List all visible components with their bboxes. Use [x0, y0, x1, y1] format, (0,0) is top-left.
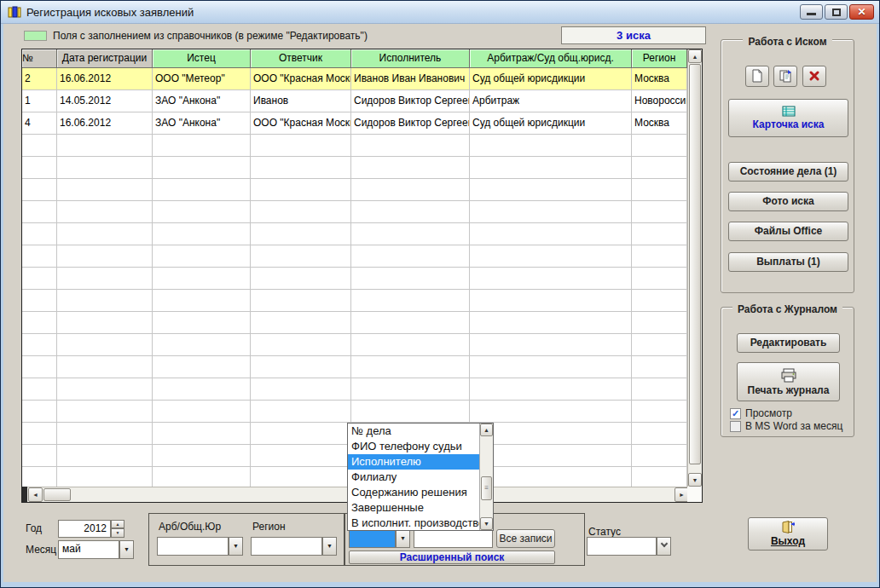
scroll-left-icon[interactable]: ◄ — [28, 487, 43, 502]
scroll-down-icon[interactable]: ▼ — [688, 473, 702, 487]
empty-table-row[interactable] — [22, 157, 702, 179]
empty-table-row[interactable] — [22, 135, 702, 157]
msword-checkbox[interactable] — [730, 421, 741, 432]
year-spin-up-icon[interactable]: ▲ — [111, 520, 124, 528]
empty-table-row[interactable] — [22, 179, 702, 201]
status-combo[interactable] — [587, 537, 657, 556]
advanced-search-button[interactable]: Расширенный поиск — [349, 551, 555, 564]
region-combo-arrow-icon[interactable]: ▼ — [322, 537, 337, 556]
dropdown-item[interactable]: Завершенные — [348, 500, 479, 516]
cell-court[interactable]: Арбитраж — [470, 90, 632, 112]
column-header-plaintiff[interactable]: Истец — [153, 49, 251, 68]
empty-table-row[interactable] — [22, 356, 702, 378]
cell-plaintiff[interactable]: ЗАО "Анкона" — [153, 112, 251, 135]
cell-court[interactable]: Суд общей юрисдикции — [470, 112, 632, 135]
arb-court-combo-arrow-icon[interactable]: ▼ — [229, 537, 243, 556]
empty-table-row[interactable] — [22, 268, 702, 290]
table-row-selected[interactable]: 2 16.06.2012 ООО "Метеор" ООО "Красная М… — [22, 68, 702, 90]
column-header-num[interactable]: № — [22, 49, 57, 68]
cell-region[interactable]: Москва — [632, 112, 687, 135]
column-header-date[interactable]: Дата регистрации — [57, 49, 153, 68]
table-row[interactable]: 1 14.05.2012 ЗАО "Анкона" Иванов Сидоров… — [22, 90, 702, 112]
search-type-combo-arrow-icon[interactable]: ▼ — [396, 529, 410, 548]
empty-table-row[interactable] — [22, 201, 702, 223]
cell-defendant[interactable]: Иванов — [251, 90, 351, 112]
empty-cell — [22, 135, 57, 157]
empty-table-row[interactable] — [22, 290, 702, 312]
cell-region[interactable]: Москва — [632, 68, 687, 90]
column-header-court[interactable]: Арбитраж/Суд общ.юрисд. — [470, 49, 632, 68]
dropdown-scroll-thumb[interactable]: ≡ — [481, 476, 492, 500]
new-claim-button[interactable] — [745, 66, 769, 87]
all-records-button[interactable]: Все записи — [496, 529, 555, 548]
month-combo[interactable]: май — [58, 540, 119, 559]
table-row[interactable]: 4 16.06.2012 ЗАО "Анкона" ООО "Красная М… — [22, 112, 702, 135]
cell-defendant[interactable]: ООО "Красная Москва" — [251, 112, 351, 135]
empty-cell — [351, 201, 470, 223]
print-journal-button[interactable]: Печать журнала — [737, 362, 840, 401]
column-header-defendant[interactable]: Ответчик — [251, 49, 351, 68]
search-type-combo[interactable] — [349, 529, 396, 548]
dropdown-item[interactable]: Содержанию решения — [348, 485, 479, 500]
empty-table-row[interactable] — [22, 245, 702, 268]
close-button[interactable]: ✕ — [849, 4, 874, 20]
dropdown-item[interactable]: Филиалу — [348, 470, 479, 485]
case-status-button[interactable]: Состояние дела (1) — [728, 162, 848, 182]
msword-checkbox-row[interactable]: В MS Word за месяц — [730, 420, 842, 432]
preview-checkbox-row[interactable]: ✓ Просмотр — [730, 407, 792, 419]
dropdown-item-selected[interactable]: Исполнителю — [348, 454, 479, 470]
claim-photo-button[interactable]: Фото иска — [728, 192, 848, 211]
empty-table-row[interactable] — [22, 312, 702, 334]
cell-executor[interactable]: Сидоров Виктор Сергеевич — [351, 112, 470, 135]
empty-table-row[interactable] — [22, 223, 702, 245]
dropdown-item[interactable]: ФИО телефону судьи — [348, 439, 479, 454]
minimize-button[interactable] — [800, 4, 823, 20]
empty-table-row[interactable] — [22, 401, 702, 423]
scroll-up-icon[interactable]: ▲ — [688, 49, 702, 63]
cell-num[interactable]: 4 — [22, 112, 57, 135]
cell-defendant[interactable]: ООО "Красная Москва" — [251, 68, 351, 90]
dropdown-item[interactable]: В исполнит. производстве — [348, 516, 479, 531]
titlebar[interactable]: Регистрация исковых заявлений ✕ — [1, 1, 879, 24]
cell-executor[interactable]: Сидоров Виктор Сергеевич — [351, 90, 470, 112]
delete-claim-button[interactable] — [802, 66, 826, 87]
edit-button[interactable]: Редактировать — [737, 333, 840, 353]
cell-executor[interactable]: Иванов Иван Иванович — [351, 68, 470, 90]
arb-court-combo[interactable] — [157, 537, 229, 556]
claim-card-button[interactable]: Карточка иска — [728, 99, 848, 137]
cell-plaintiff[interactable]: ЗАО "Анкона" — [153, 90, 251, 112]
cell-region[interactable]: Новороссийск — [632, 90, 687, 112]
dropdown-scroll-up-icon[interactable]: ▲ — [480, 424, 493, 436]
status-combo-arrow-icon[interactable] — [657, 537, 671, 556]
year-field[interactable]: 2012 — [58, 520, 111, 538]
region-combo[interactable] — [251, 537, 322, 556]
horizontal-scroll-thumb[interactable] — [43, 488, 71, 501]
cell-num[interactable]: 2 — [22, 68, 57, 90]
payments-button[interactable]: Выплаты (1) — [728, 252, 848, 272]
year-spin-down-icon[interactable]: ▼ — [111, 528, 124, 538]
search-input[interactable] — [414, 529, 493, 548]
empty-table-row[interactable] — [22, 334, 702, 356]
cell-plaintiff[interactable]: ООО "Метеор" — [153, 68, 251, 90]
cell-date[interactable]: 16.06.2012 — [57, 112, 153, 135]
office-files-button[interactable]: Файлы Office — [728, 222, 848, 241]
month-combo-arrow-icon[interactable]: ▼ — [119, 540, 134, 559]
cell-date[interactable]: 16.06.2012 — [57, 68, 153, 90]
exit-button[interactable]: Выход — [748, 517, 828, 551]
cell-court[interactable]: Суд общей юрисдикции — [470, 68, 632, 90]
preview-checkbox-label: Просмотр — [745, 407, 792, 419]
empty-cell — [470, 245, 632, 268]
dropdown-item[interactable]: № дела — [348, 424, 479, 439]
column-header-executor[interactable]: Исполнитель — [351, 49, 470, 68]
cell-date[interactable]: 14.05.2012 — [57, 90, 153, 112]
cell-num[interactable]: 1 — [22, 90, 57, 112]
vertical-scrollbar[interactable]: ▲ ▼ — [687, 49, 702, 487]
copy-claim-button[interactable] — [773, 66, 797, 87]
maximize-button[interactable] — [825, 4, 848, 20]
dropdown-scroll-down-icon[interactable]: ▼ — [480, 517, 493, 530]
dropdown-scrollbar[interactable]: ▲ ≡ ▼ — [479, 424, 493, 530]
vertical-scroll-thumb[interactable] — [689, 64, 701, 464]
empty-table-row[interactable] — [22, 378, 702, 401]
preview-checkbox[interactable]: ✓ — [730, 408, 741, 419]
column-header-region[interactable]: Регион — [632, 49, 687, 68]
